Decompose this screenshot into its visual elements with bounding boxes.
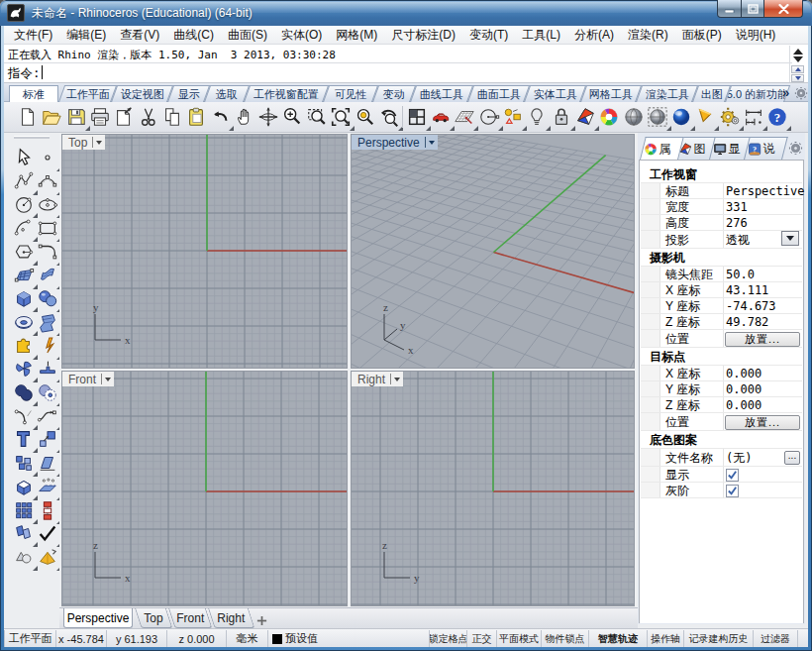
status-filter[interactable]: 过滤器 <box>754 630 798 647</box>
panel-tab-1[interactable]: 属 <box>640 137 684 160</box>
panel-tab-4[interactable]: ?说 <box>744 137 788 160</box>
toolbar-tab-7[interactable]: 可见性 <box>323 85 378 102</box>
toolbar-button-zoom-dynamic[interactable] <box>280 105 304 129</box>
toolbar-button-export-page[interactable] <box>112 105 136 129</box>
toolbar-button-undo[interactable] <box>208 105 232 129</box>
toolbar-tab-2[interactable]: 工作平面 <box>58 85 117 102</box>
left-tool-trim[interactable] <box>12 357 36 380</box>
status-planar[interactable]: 平面模式 <box>497 630 542 647</box>
left-tool-group[interactable] <box>12 451 36 475</box>
property-value[interactable]: 透视 <box>726 232 750 249</box>
property-value[interactable]: 0.000 <box>726 367 761 380</box>
menu-item-1[interactable]: 文件(F) <box>7 25 59 46</box>
toolbar-button-cone-yellow[interactable] <box>693 105 717 129</box>
viewport-perspective[interactable]: zyxPerspective <box>351 134 635 369</box>
toolbar-tab-10[interactable]: 曲面工具 <box>467 85 530 102</box>
toolbar-tab-13[interactable]: 渲染工具 <box>636 85 698 102</box>
toolbar-tab-5[interactable]: 选取 <box>204 85 250 102</box>
toolbar-button-dimension[interactable] <box>742 105 765 129</box>
left-tool-scale[interactable] <box>36 427 59 451</box>
toolbar-button-gears[interactable] <box>718 105 742 129</box>
property-value[interactable]: 0.000 <box>726 382 761 396</box>
left-toolbar-grip[interactable] <box>14 136 50 139</box>
toolbar-tab-6[interactable]: 工作视窗配置 <box>244 85 329 102</box>
left-tool-curve-cp[interactable] <box>36 169 59 193</box>
status-cplane[interactable]: 工作平面 <box>4 630 56 647</box>
toolbar-button-zoom-window[interactable] <box>305 105 329 129</box>
menu-item-2[interactable]: 编辑(E) <box>59 25 113 46</box>
left-tool-surface-patch[interactable] <box>12 264 36 287</box>
close-button[interactable] <box>763 0 803 18</box>
status-gumball[interactable]: 操作轴 <box>648 630 684 647</box>
prompt-spin-down-button[interactable] <box>791 74 804 82</box>
toolbar-tab-15[interactable]: 5.0 的新功能 <box>725 85 790 102</box>
toolbar-button-help[interactable]: ? <box>765 105 789 129</box>
projection-dropdown-button[interactable] <box>781 231 799 246</box>
left-tool-split[interactable] <box>36 357 59 380</box>
left-tool-extrude[interactable] <box>12 475 36 498</box>
left-tool-box-solid[interactable] <box>12 286 36 310</box>
viewport-label-top[interactable]: Top <box>62 135 105 150</box>
menu-item-11[interactable]: 分析(A) <box>567 25 621 46</box>
left-tool-polyline[interactable] <box>12 169 36 193</box>
menu-item-13[interactable]: 面板(P) <box>675 25 729 46</box>
left-tool-copy-objects[interactable] <box>12 521 36 545</box>
tabbar-gear-icon[interactable] <box>794 86 808 104</box>
left-tool-text[interactable] <box>12 427 36 451</box>
status-units[interactable]: 毫米 <box>227 630 268 647</box>
toolbar-button-save-file[interactable] <box>64 105 88 129</box>
status-coord-z[interactable]: z 0.000 <box>167 630 227 647</box>
browse-file-button[interactable]: ... <box>784 451 800 465</box>
left-tool-points-plane[interactable] <box>36 475 59 498</box>
toolbar-button-car[interactable] <box>429 105 453 129</box>
toolbar-button-print[interactable] <box>88 105 112 129</box>
toolbar-button-shapes-group[interactable] <box>501 105 525 129</box>
viewport-label-perspective[interactable]: Perspective <box>352 135 438 150</box>
left-tool-torus[interactable] <box>12 310 36 334</box>
left-tool-pyramid[interactable] <box>36 545 59 569</box>
left-tool-boolean-gray[interactable] <box>12 545 36 569</box>
property-value[interactable]: 43.111 <box>726 283 768 297</box>
menu-item-3[interactable]: 查看(V) <box>113 25 166 46</box>
status-history[interactable]: 记录建构历史 <box>684 630 754 647</box>
status-grid-snap[interactable]: 锁定格点 <box>430 630 467 647</box>
toolbar-button-cplane-grid[interactable] <box>453 105 476 129</box>
menu-item-10[interactable]: 工具(L) <box>515 25 567 46</box>
left-tool-arc[interactable] <box>12 216 36 240</box>
toolbar-tab-9[interactable]: 曲线工具 <box>410 85 473 102</box>
menu-item-12[interactable]: 渲染(R) <box>621 25 675 46</box>
left-tool-ellipse[interactable] <box>36 192 59 216</box>
toolbar-button-cut[interactable] <box>137 105 160 129</box>
property-value[interactable]: 0.000 <box>726 398 761 412</box>
flyout-arrow[interactable] <box>786 126 791 131</box>
left-tool-blend-curve[interactable] <box>36 404 59 428</box>
toolbar-button-sphere-blue[interactable] <box>669 105 693 129</box>
tab-overflow-chevron[interactable]: » <box>782 85 789 100</box>
property-value[interactable]: 331 <box>726 200 748 214</box>
menu-item-9[interactable]: 变动(T) <box>462 25 515 46</box>
history-scroll-up-icon[interactable] <box>793 49 803 54</box>
place-button[interactable]: 放置... <box>725 415 800 430</box>
left-tool-boolean-diff[interactable] <box>36 380 59 404</box>
toolbar-tab-12[interactable]: 网格工具 <box>580 85 642 102</box>
toolbar-button-paste[interactable] <box>184 105 208 129</box>
toolbar-button-sphere-gray[interactable] <box>622 105 646 129</box>
toolbar-button-undo-view[interactable] <box>377 105 401 129</box>
menu-item-7[interactable]: 网格(M) <box>329 25 384 46</box>
checkbox-显示[interactable] <box>726 469 739 482</box>
property-value[interactable]: -74.673 <box>726 299 776 313</box>
toolbar-button-open-file[interactable] <box>40 105 63 129</box>
toolbar-button-viewport-layout[interactable] <box>405 105 429 129</box>
toolbar-tab-1[interactable]: 标准 <box>9 85 58 102</box>
toolbar-button-sphere-dashed[interactable] <box>646 105 669 129</box>
viewport-menu-arrow-icon[interactable] <box>105 378 111 381</box>
minimize-button[interactable] <box>717 0 742 18</box>
status-ortho[interactable]: 正交 <box>467 630 497 647</box>
left-tool-fillet-curve[interactable] <box>12 404 36 428</box>
viewport-menu-arrow-icon[interactable] <box>394 378 400 381</box>
left-tool-explode[interactable] <box>36 334 59 358</box>
viewport-tab-right[interactable]: Right <box>208 608 254 628</box>
viewport-label-right[interactable]: Right <box>352 372 403 386</box>
left-tool-array[interactable] <box>12 498 36 522</box>
toolbar-button-copy[interactable] <box>160 105 184 129</box>
